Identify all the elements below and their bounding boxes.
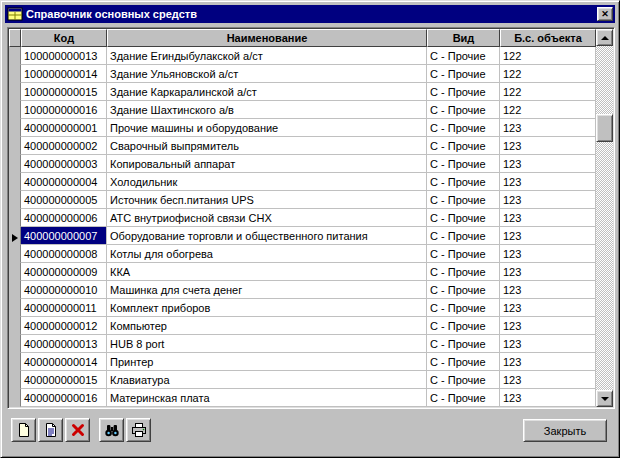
bs-cell: 123 xyxy=(500,281,596,299)
kind-cell: С - Прочие xyxy=(427,227,500,245)
kind-cell: С - Прочие xyxy=(427,191,500,209)
kind-cell: С - Прочие xyxy=(427,389,500,407)
search-button[interactable] xyxy=(99,418,124,442)
table-row[interactable]: 400000000014ПринтерС - Прочие123 xyxy=(9,353,596,371)
table-row[interactable]: 400000000006АТС внутриофисной связи СНХС… xyxy=(9,209,596,227)
kind-cell: С - Прочие xyxy=(427,65,500,83)
current-row-marker-icon xyxy=(12,234,18,242)
table-row[interactable]: 400000000010Машинка для счета денегС - П… xyxy=(9,281,596,299)
scrollbar-thumb[interactable] xyxy=(596,114,613,142)
table-row[interactable]: 400000000013HUB 8 portС - Прочие123 xyxy=(9,335,596,353)
code-cell: 400000000012 xyxy=(21,317,107,335)
table-row[interactable]: 400000000008Котлы для обогреваС - Прочие… xyxy=(9,245,596,263)
table-row[interactable]: 400000000011Комплект приборовС - Прочие1… xyxy=(9,299,596,317)
table-row[interactable]: 400000000002Сварочный выпрямительС - Про… xyxy=(9,137,596,155)
table-row[interactable]: 400000000005Источник бесп.питания UPSС -… xyxy=(9,191,596,209)
kind-cell: С - Прочие xyxy=(427,299,500,317)
row-indicator-cell xyxy=(9,389,21,407)
bs-cell: 123 xyxy=(500,245,596,263)
vertical-scrollbar[interactable] xyxy=(596,29,613,407)
code-cell: 400000000013 xyxy=(21,335,107,353)
name-cell: Источник бесп.питания UPS xyxy=(107,191,427,209)
table-row[interactable]: 400000000003Копировальный аппаратС - Про… xyxy=(9,155,596,173)
kind-cell: С - Прочие xyxy=(427,335,500,353)
kind-cell: С - Прочие xyxy=(427,263,500,281)
red-cross-icon xyxy=(70,422,86,438)
column-header-bs: Б.с. объекта xyxy=(500,29,596,47)
name-cell: Комплект приборов xyxy=(107,299,427,317)
kind-cell: С - Прочие xyxy=(427,83,500,101)
table-row[interactable]: 100000000016Здание Шахтинского а/вС - Пр… xyxy=(9,101,596,119)
row-indicator-cell xyxy=(9,119,21,137)
window-title: Справочник основных средств xyxy=(26,8,597,20)
directory-window: Справочник основных средств ✕ Код Наимен… xyxy=(0,0,620,458)
code-cell: 400000000006 xyxy=(21,209,107,227)
kind-cell: С - Прочие xyxy=(427,137,500,155)
code-cell: 100000000013 xyxy=(21,47,107,65)
table-row[interactable]: 400000000009ККАС - Прочие123 xyxy=(9,263,596,281)
code-cell: 400000000011 xyxy=(21,299,107,317)
scroll-down-button[interactable] xyxy=(596,390,613,407)
grid-panel: Код Наименование Вид Б.с. объекта 100000… xyxy=(7,27,615,409)
row-indicator-cell xyxy=(9,137,21,155)
bs-cell: 123 xyxy=(500,335,596,353)
code-cell: 400000000002 xyxy=(21,137,107,155)
kind-cell: С - Прочие xyxy=(427,371,500,389)
delete-record-button[interactable] xyxy=(65,418,90,442)
code-cell: 400000000007 xyxy=(21,227,107,245)
table-row[interactable]: 400000000015КлавиатураС - Прочие123 xyxy=(9,371,596,389)
kind-cell: С - Прочие xyxy=(427,101,500,119)
kind-cell: С - Прочие xyxy=(427,353,500,371)
bs-cell: 123 xyxy=(500,209,596,227)
name-cell: Здание Каркаралинской а/ст xyxy=(107,83,427,101)
code-cell: 400000000001 xyxy=(21,119,107,137)
table-row[interactable]: 400000000016Материнская платаС - Прочие1… xyxy=(9,389,596,407)
row-indicator-cell xyxy=(9,263,21,281)
table-row[interactable]: 100000000015Здание Каркаралинской а/стС … xyxy=(9,83,596,101)
kind-cell: С - Прочие xyxy=(427,317,500,335)
scroll-up-button[interactable] xyxy=(596,29,613,46)
kind-cell: С - Прочие xyxy=(427,173,500,191)
code-cell: 100000000016 xyxy=(21,101,107,119)
name-cell: Материнская плата xyxy=(107,389,427,407)
row-indicator-cell xyxy=(9,371,21,389)
table-row[interactable]: 400000000012КомпьютерС - Прочие123 xyxy=(9,317,596,335)
table-row[interactable]: 100000000014Здание Ульяновской а/стС - П… xyxy=(9,65,596,83)
arrow-up-icon xyxy=(601,36,609,40)
close-dialog-button[interactable]: Закрыть xyxy=(523,419,607,442)
table-row[interactable]: 100000000013Здание Егиндыбулакской а/стС… xyxy=(9,47,596,65)
name-cell: Прочие машины и оборудование xyxy=(107,119,427,137)
bs-cell: 123 xyxy=(500,371,596,389)
name-cell: АТС внутриофисной связи СНХ xyxy=(107,209,427,227)
bs-cell: 122 xyxy=(500,101,596,119)
table-row[interactable]: 400000000001Прочие машины и оборудование… xyxy=(9,119,596,137)
code-cell: 100000000014 xyxy=(21,65,107,83)
code-cell: 400000000015 xyxy=(21,371,107,389)
row-indicator-cell xyxy=(9,101,21,119)
name-cell: Здание Ульяновской а/ст xyxy=(107,65,427,83)
row-indicator-cell xyxy=(9,47,21,65)
table-row[interactable]: 400000000007Оборудование торговли и обще… xyxy=(9,227,596,245)
code-cell: 400000000004 xyxy=(21,173,107,191)
bs-cell: 123 xyxy=(500,299,596,317)
bs-cell: 123 xyxy=(500,155,596,173)
table-row[interactable]: 400000000004ХолодильникС - Прочие123 xyxy=(9,173,596,191)
close-window-button[interactable]: ✕ xyxy=(597,7,613,21)
record-toolbar xyxy=(11,418,151,442)
window-icon xyxy=(7,7,23,21)
print-button[interactable] xyxy=(126,418,151,442)
row-indicator-cell xyxy=(9,353,21,371)
grid-viewport: Код Наименование Вид Б.с. объекта 100000… xyxy=(9,29,613,407)
row-indicator-cell xyxy=(9,281,21,299)
new-record-button[interactable] xyxy=(11,418,36,442)
kind-cell: С - Прочие xyxy=(427,209,500,227)
row-indicator-cell xyxy=(9,155,21,173)
kind-cell: С - Прочие xyxy=(427,281,500,299)
row-indicator-cell xyxy=(9,83,21,101)
bs-cell: 123 xyxy=(500,389,596,407)
name-cell: Оборудование торговли и общественного пи… xyxy=(107,227,427,245)
code-cell: 400000000005 xyxy=(21,191,107,209)
bs-cell: 123 xyxy=(500,137,596,155)
view-record-button[interactable] xyxy=(38,418,63,442)
kind-cell: С - Прочие xyxy=(427,155,500,173)
